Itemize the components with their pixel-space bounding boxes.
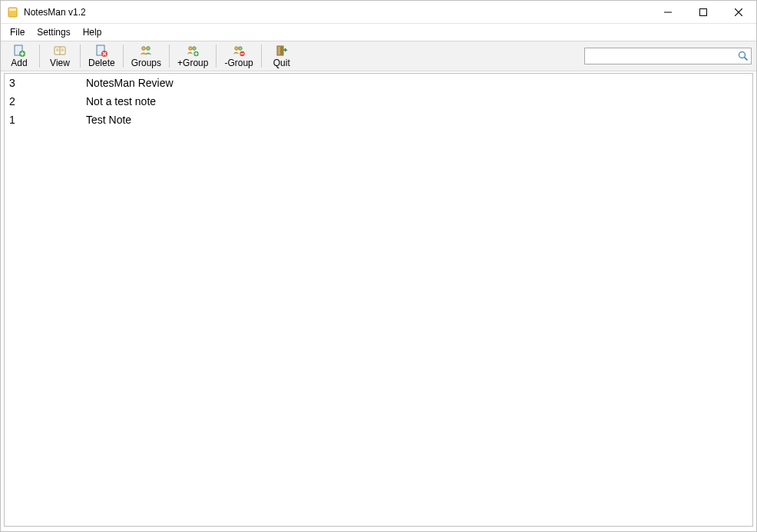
groups-icon	[140, 45, 152, 57]
quit-icon	[276, 45, 288, 57]
svg-point-21	[147, 46, 150, 50]
groups-button[interactable]: Groups	[127, 41, 166, 71]
maximize-button[interactable]	[686, 1, 721, 23]
remove-group-icon	[233, 45, 245, 57]
svg-point-33	[739, 52, 745, 58]
minimize-button[interactable]	[650, 1, 686, 23]
add-button[interactable]: Add	[2, 41, 36, 71]
delete-icon	[95, 45, 107, 57]
add-group-icon	[187, 45, 199, 57]
menu-settings[interactable]: Settings	[31, 25, 76, 39]
search-icon[interactable]	[737, 50, 749, 62]
notes-list[interactable]: 3NotesMan Review2Not a test note1Test No…	[4, 73, 753, 527]
svg-point-22	[189, 46, 192, 49]
view-button[interactable]: View	[43, 41, 77, 71]
toolbar-separator	[216, 45, 217, 68]
titlebar: NotesMan v1.2	[1, 1, 756, 24]
list-item[interactable]: 2Not a test note	[5, 92, 752, 111]
app-icon	[7, 6, 19, 18]
window-controls	[650, 1, 756, 23]
window-title: NotesMan v1.2	[24, 7, 86, 18]
add-group-button[interactable]: +Group	[173, 41, 213, 71]
remove-group-label: -Group	[224, 58, 253, 68]
close-button[interactable]	[721, 1, 756, 23]
groups-label: Groups	[131, 58, 161, 68]
add-group-label: +Group	[177, 58, 208, 68]
note-title: Test Note	[86, 113, 748, 127]
svg-point-27	[235, 46, 238, 49]
note-id: 3	[9, 76, 86, 90]
note-title: NotesMan Review	[86, 76, 748, 90]
note-title: Not a test note	[86, 94, 748, 108]
view-label: View	[50, 58, 70, 68]
svg-point-23	[193, 46, 196, 49]
toolbar: Add View	[1, 41, 756, 71]
remove-group-button[interactable]: -Group	[220, 41, 257, 71]
delete-label: Delete	[88, 58, 115, 68]
menubar: File Settings Help	[1, 24, 756, 41]
list-item[interactable]: 1Test Note	[5, 111, 752, 129]
toolbar-separator	[123, 45, 124, 68]
svg-rect-32	[280, 46, 283, 55]
svg-rect-1	[9, 8, 16, 11]
delete-button[interactable]: Delete	[84, 41, 120, 71]
note-id: 1	[9, 113, 86, 127]
search-box[interactable]	[584, 48, 752, 64]
add-icon	[13, 45, 25, 57]
window: NotesMan v1.2 File Settings Help	[0, 0, 757, 532]
list-item[interactable]: 3NotesMan Review	[5, 74, 752, 92]
toolbar-separator	[39, 45, 40, 68]
view-icon	[54, 45, 66, 57]
add-label: Add	[11, 58, 27, 68]
quit-button[interactable]: Quit	[265, 41, 299, 71]
menu-help[interactable]: Help	[77, 25, 108, 39]
toolbar-separator	[169, 45, 170, 68]
note-id: 2	[9, 94, 86, 108]
toolbar-separator	[80, 45, 81, 68]
svg-line-34	[745, 58, 748, 61]
svg-rect-3	[700, 8, 707, 15]
toolbar-separator	[261, 45, 262, 68]
svg-point-20	[142, 46, 146, 50]
svg-point-28	[239, 46, 242, 49]
search-input[interactable]	[588, 50, 737, 62]
menu-file[interactable]: File	[4, 25, 31, 39]
quit-label: Quit	[273, 58, 290, 68]
